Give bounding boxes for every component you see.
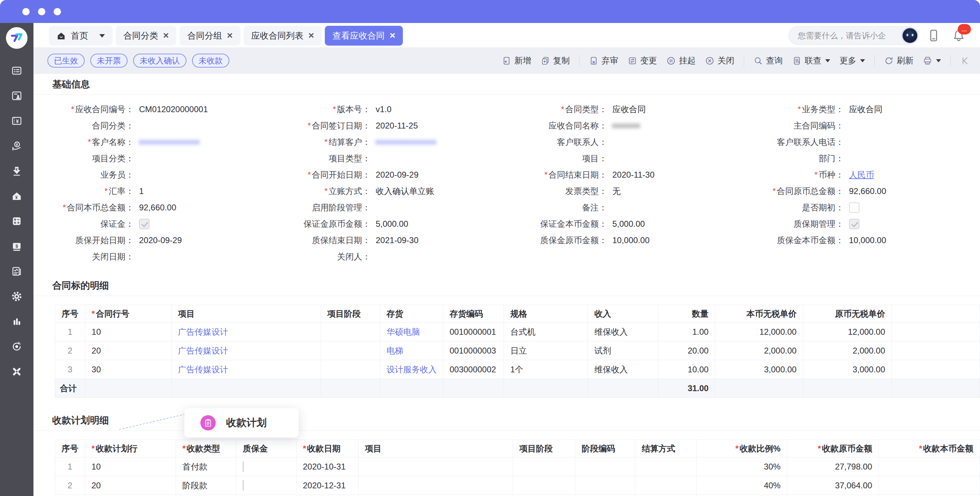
tab-home[interactable]: 首页 <box>49 26 113 46</box>
field-value: 2020-11-30 <box>612 170 654 180</box>
required-asterisk: * <box>91 444 94 453</box>
currency-link[interactable]: 人民币 <box>849 169 874 180</box>
close-icon[interactable]: × <box>390 31 395 40</box>
checkbox[interactable] <box>243 480 244 491</box>
column-header-label: 项目阶段 <box>327 309 361 318</box>
tab-contract-group[interactable]: 合同分组× <box>180 26 240 46</box>
summary-cell <box>715 379 803 398</box>
sidebar-item-contract-list[interactable] <box>11 65 23 76</box>
column-header <box>891 305 980 323</box>
cell-link[interactable]: 电梯 <box>387 346 403 355</box>
notification-bell-icon[interactable]: ... <box>952 29 966 42</box>
svg-text:¥: ¥ <box>15 195 18 200</box>
toolbar-button-label: 关闭 <box>718 55 734 66</box>
sidebar-item-money-note[interactable]: $ <box>11 240 23 252</box>
required-asterisk: * <box>88 137 91 147</box>
form-field: *客户名称：■■■■■■■■■■■■■ <box>33 134 270 150</box>
sidebar-item-asset-house[interactable]: ¥ <box>11 190 23 202</box>
field-label-text: 保证金原币金额： <box>304 219 371 229</box>
more-button[interactable]: 更多 <box>840 55 865 66</box>
suspend-button[interactable]: 挂起 <box>667 55 695 66</box>
table-cell: 12,000.00 <box>715 323 803 341</box>
sidebar-item-report[interactable] <box>11 265 23 277</box>
column-header-label: 收款类型 <box>187 444 220 453</box>
sidebar-item-settings-gear[interactable] <box>11 291 23 302</box>
cell-link[interactable]: 广告传媒设计 <box>178 346 228 355</box>
topbar-actions: ... <box>788 26 966 45</box>
pause-icon <box>667 56 676 65</box>
notification-badge: ... <box>958 24 971 35</box>
copy-button[interactable]: 复制 <box>541 55 570 66</box>
chevron-down-icon[interactable] <box>99 34 105 38</box>
close-icon[interactable]: × <box>163 31 169 40</box>
table-cell: 3 <box>55 360 85 379</box>
form-field: *合同结束日期：2020-11-30 <box>507 167 743 183</box>
cell-link[interactable]: 广告传媒设计 <box>178 327 228 337</box>
field-label: *结算客户： <box>270 137 371 148</box>
column-header-label: 收款计划行 <box>96 444 138 453</box>
app-logo <box>6 27 27 49</box>
checkbox[interactable] <box>243 461 244 472</box>
cell-link[interactable]: 广告传媒设计 <box>178 365 228 374</box>
toolbar-button-label: 变更 <box>640 55 657 66</box>
column-header-label: 收款本币金额 <box>923 444 974 453</box>
change-button[interactable]: 变更 <box>628 55 657 66</box>
field-label: 应收合同名称： <box>507 120 607 131</box>
tab-contract-category[interactable]: 合同分类× <box>116 26 177 46</box>
collapse-button[interactable] <box>960 56 970 65</box>
checkbox[interactable] <box>849 202 859 213</box>
assistant-search-input[interactable] <box>797 31 902 41</box>
close-icon[interactable]: × <box>309 31 314 40</box>
cell-text: 2 <box>68 346 72 355</box>
field-label: 保证金本币金额： <box>507 218 607 229</box>
summary-cell <box>504 379 588 398</box>
required-asterisk: * <box>63 203 66 212</box>
tab-view-receivable-contract[interactable]: 查看应收合同× <box>325 26 403 46</box>
checkbox[interactable] <box>849 219 859 229</box>
field-label-text: 结算客户： <box>329 137 371 147</box>
tab-receivable-contract-list[interactable]: 应收合同列表× <box>243 26 322 46</box>
close-icon[interactable]: × <box>227 31 232 40</box>
column-header-label: 收款日期 <box>307 444 340 453</box>
column-header-label: 收款原币金额 <box>822 444 872 453</box>
field-label-text: 合同分类： <box>92 121 134 130</box>
close-button[interactable]: 关闭 <box>705 55 734 66</box>
sidebar-item-history[interactable] <box>11 341 23 353</box>
sidebar-item-calculator[interactable] <box>11 215 23 227</box>
field-label-text: 质保金原币金额： <box>540 235 607 245</box>
mobile-phone-icon[interactable] <box>927 29 940 42</box>
column-header: 项目阶段 <box>513 440 575 457</box>
add-button[interactable]: 新增 <box>502 55 531 66</box>
sidebar-item-customer-doc[interactable] <box>11 90 23 102</box>
table-cell: 30% <box>697 457 787 476</box>
cell-link[interactable]: 华硕电脑 <box>387 327 420 337</box>
print-button[interactable] <box>923 56 941 65</box>
table-cell: 台式机 <box>504 323 588 341</box>
refresh-button[interactable]: 刷新 <box>884 55 913 66</box>
form-field: 关闭人： <box>270 248 507 265</box>
window-zoom-button[interactable] <box>54 8 61 15</box>
field-value: 收入确认单立账 <box>376 186 434 197</box>
window-minimize-button[interactable] <box>38 8 45 15</box>
cell-link[interactable]: 设计服务收入 <box>387 365 437 374</box>
cell-text: 2,000.00 <box>853 346 885 355</box>
field-value: 2020-11-25 <box>376 121 418 130</box>
sidebar-item-invoice-ticket[interactable]: ¥ <box>11 115 23 127</box>
sidebar-item-bar-chart[interactable] <box>11 316 23 327</box>
basic-info-section: 基础信息 *应收合同编号：CM012020000001*版本号：v1.0*合同类… <box>33 74 980 270</box>
form-field: *结算客户：■■■■■■■■■■■■■ <box>270 134 507 150</box>
sidebar-item-hand-coin[interactable]: ¥ <box>11 140 23 152</box>
assistant-search[interactable] <box>788 26 915 45</box>
table-cell: 广告传媒设计 <box>172 360 321 379</box>
sidebar-item-receive-money[interactable]: ¥ <box>11 165 23 177</box>
table-cell <box>321 360 380 379</box>
contract-subject-section: 合同标的明细 序号*合同行号项目项目阶段存货存货编码规格收入数量本币无税单价原币… <box>33 275 980 405</box>
form-field: *合同原币总金额：92,660.00 <box>743 183 980 199</box>
query-button[interactable]: 查询 <box>754 55 783 66</box>
checkbox[interactable] <box>139 219 150 229</box>
linked-query-button[interactable]: 联查 <box>792 55 830 66</box>
sidebar-item-tools[interactable] <box>11 366 23 378</box>
window-close-button[interactable] <box>22 8 30 15</box>
field-label-text: 启用阶段管理： <box>312 203 371 212</box>
unapprove-button[interactable]: 弃审 <box>589 55 618 66</box>
